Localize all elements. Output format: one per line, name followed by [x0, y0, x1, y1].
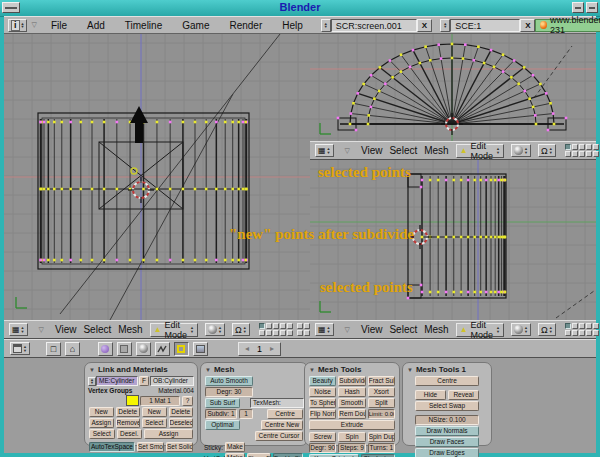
- hide-button[interactable]: Hide: [415, 390, 446, 400]
- menu-timeline[interactable]: Timeline: [115, 20, 172, 31]
- spin-dup-button[interactable]: Spin Dup: [368, 432, 395, 442]
- frame-next-icon[interactable]: ▸: [270, 344, 274, 353]
- proportional-edit-button[interactable]: Ω▲▼: [538, 323, 556, 336]
- hash-button[interactable]: Hash: [338, 387, 365, 397]
- texmesh-field[interactable]: TexMesh:: [250, 398, 304, 408]
- buttons-window-type-button[interactable]: ▲▼: [10, 342, 30, 355]
- viewport-front[interactable]: [4, 34, 311, 320]
- layer-cell[interactable]: [280, 323, 286, 329]
- layer-cell[interactable]: [579, 144, 585, 150]
- layer-cell[interactable]: [287, 330, 293, 336]
- optimal-toggle[interactable]: Optimal: [205, 420, 240, 430]
- mesh-name-field[interactable]: ME:Cylinder: [96, 376, 138, 386]
- collapse-header-icon[interactable]: ▽: [341, 326, 354, 334]
- home-button[interactable]: ⌂: [65, 342, 80, 356]
- mat-select-button[interactable]: Select: [142, 418, 167, 428]
- nsize-slider[interactable]: NSize: 0.100: [415, 415, 479, 425]
- select-swap-button[interactable]: Select Swap: [415, 401, 479, 411]
- layer-cell[interactable]: [273, 330, 279, 336]
- screen-browse-button[interactable]: ▲▼: [321, 19, 331, 32]
- slower-draw-button[interactable]: SlowerDr: [247, 453, 271, 457]
- flip-norm-button[interactable]: Flip Norm: [309, 409, 336, 419]
- rem-doubles-button[interactable]: Rem Doub: [338, 409, 365, 419]
- vgroup-new-button[interactable]: New: [89, 407, 114, 417]
- viewport-type-button[interactable]: ▦▲▼: [315, 323, 334, 336]
- panel-collapse-icon[interactable]: ▼: [205, 367, 211, 373]
- layer-cell[interactable]: [586, 151, 592, 157]
- collapse-menu-icon[interactable]: ▽: [27, 21, 40, 29]
- spin-button[interactable]: Spin: [338, 432, 365, 442]
- draw-mode-button[interactable]: ▲▼: [205, 323, 225, 336]
- material-help-button[interactable]: ?: [182, 396, 193, 406]
- vgroup-delete-button[interactable]: Delete: [116, 407, 141, 417]
- vertcol-make-button[interactable]: Make: [225, 453, 245, 457]
- subdivide-button[interactable]: Subdivide: [338, 376, 365, 386]
- draw-mode-button[interactable]: ▲▼: [511, 144, 531, 157]
- mat-delete-button[interactable]: Delete: [169, 407, 194, 417]
- material-color-swatch[interactable]: [126, 395, 139, 406]
- blender-org-badge[interactable]: www.blender.org 231: [535, 19, 600, 32]
- layer-cell[interactable]: [579, 323, 585, 329]
- layer-cell[interactable]: [565, 151, 571, 157]
- collapse-header-icon[interactable]: ▽: [341, 147, 354, 155]
- layer-cell[interactable]: [579, 330, 585, 336]
- to-sphere-button[interactable]: To Sphere: [309, 398, 336, 408]
- window-type-button[interactable]: i ▲▼: [8, 19, 27, 32]
- mode-dropdown[interactable]: ▲Edit Mode▲▼: [456, 144, 504, 158]
- select-menu[interactable]: Select: [389, 145, 417, 156]
- mesh-menu[interactable]: Mesh: [424, 145, 448, 156]
- mode-dropdown[interactable]: ▲Edit Mode▲▼: [150, 323, 198, 337]
- select-menu[interactable]: Select: [389, 324, 417, 335]
- subsurf-toggle[interactable]: Sub Surf: [205, 398, 240, 408]
- layer-cell[interactable]: [266, 323, 272, 329]
- frame-prev-icon[interactable]: ◂: [245, 344, 249, 353]
- layer-cell[interactable]: [565, 323, 571, 329]
- layer-cell[interactable]: [572, 144, 578, 150]
- layer-cell[interactable]: [280, 330, 286, 336]
- layer-buttons[interactable]: [565, 144, 600, 157]
- layer-cell[interactable]: [297, 323, 303, 329]
- fake-user-button[interactable]: F: [139, 376, 149, 386]
- draw-edges-toggle[interactable]: Draw Edges: [415, 448, 479, 457]
- viewport-type-button[interactable]: ▦▲▼: [9, 323, 28, 336]
- screen-name-field[interactable]: SCR:screen.001: [331, 19, 417, 32]
- mesh-menu[interactable]: Mesh: [118, 324, 142, 335]
- select-menu[interactable]: Select: [83, 324, 111, 335]
- material-index-counter[interactable]: 1 Mat 1: [140, 396, 180, 406]
- view-menu[interactable]: View: [361, 145, 383, 156]
- logic-buttons-button[interactable]: [98, 342, 113, 356]
- vgroup-assign-button[interactable]: Assign: [89, 418, 114, 428]
- autotexspace-button[interactable]: AutoTexSpace: [89, 442, 135, 452]
- layer-cell[interactable]: [572, 151, 578, 157]
- window-maximize-button[interactable]: [572, 2, 584, 13]
- screw-button[interactable]: Screw: [309, 432, 336, 442]
- shading-buttons-button[interactable]: [136, 342, 151, 356]
- centre-new-button[interactable]: Centre New: [261, 420, 303, 430]
- scene-delete-button[interactable]: X: [520, 19, 535, 32]
- steps-slider[interactable]: Steps: 9: [338, 443, 365, 453]
- reveal-button[interactable]: Reveal: [448, 390, 479, 400]
- menu-add[interactable]: Add: [77, 20, 115, 31]
- window-close-button[interactable]: [586, 2, 598, 13]
- editing-buttons-button[interactable]: [174, 342, 189, 356]
- degr-slider[interactable]: Degr: 30: [205, 387, 253, 397]
- auto-smooth-toggle[interactable]: Auto Smooth: [205, 376, 253, 386]
- panel-collapse-icon[interactable]: ▼: [89, 367, 95, 373]
- script-buttons-button[interactable]: [117, 342, 132, 356]
- fract-sub-button[interactable]: Fract Sub: [368, 376, 395, 386]
- screen-delete-button[interactable]: X: [417, 19, 432, 32]
- proportional-edit-button[interactable]: Ω▲▼: [232, 323, 250, 336]
- panel-collapse-icon[interactable]: ▼: [407, 367, 413, 373]
- scene-name-field[interactable]: SCE:1: [450, 19, 520, 32]
- draw-mode-button[interactable]: ▲▼: [511, 323, 531, 336]
- draw-normals-toggle[interactable]: Draw Normals: [415, 426, 479, 436]
- layer-cell[interactable]: [259, 323, 265, 329]
- layer-cell[interactable]: [304, 330, 310, 336]
- layer-cell[interactable]: [266, 330, 272, 336]
- panel-collapse-icon[interactable]: ▼: [309, 367, 315, 373]
- object-name-field[interactable]: OB:Cylinder: [150, 376, 194, 386]
- object-buttons-button[interactable]: [155, 342, 170, 356]
- menu-render[interactable]: Render: [219, 20, 272, 31]
- smooth-button[interactable]: Smooth: [338, 398, 365, 408]
- turns-slider[interactable]: Turns: 1: [368, 443, 395, 453]
